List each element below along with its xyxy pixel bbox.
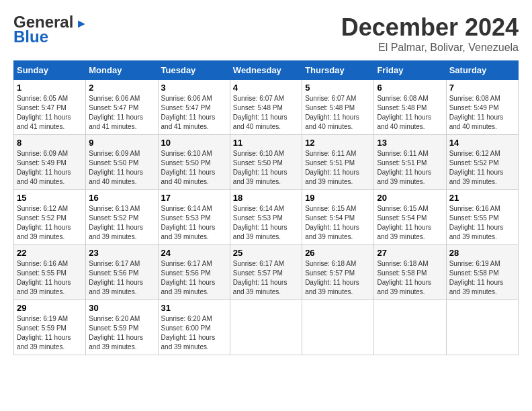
calendar-cell: 12Sunrise: 6:11 AMSunset: 5:51 PMDayligh… bbox=[302, 135, 374, 190]
calendar-cell bbox=[374, 300, 446, 355]
day-number: 20 bbox=[377, 193, 443, 203]
day-info: Sunrise: 6:06 AMSunset: 5:47 PMDaylight:… bbox=[89, 94, 154, 132]
day-info: Sunrise: 6:09 AMSunset: 5:49 PMDaylight:… bbox=[17, 149, 83, 187]
calendar-cell: 25Sunrise: 6:17 AMSunset: 5:57 PMDayligh… bbox=[230, 245, 302, 300]
weekday-header-row: SundayMondayTuesdayWednesdayThursdayFrid… bbox=[14, 61, 519, 80]
calendar-cell: 27Sunrise: 6:18 AMSunset: 5:58 PMDayligh… bbox=[374, 245, 446, 300]
day-number: 5 bbox=[305, 83, 371, 93]
day-info: Sunrise: 6:12 AMSunset: 5:52 PMDaylight:… bbox=[449, 149, 515, 187]
day-info: Sunrise: 6:17 AMSunset: 5:56 PMDaylight:… bbox=[89, 259, 154, 297]
calendar-cell: 7Sunrise: 6:08 AMSunset: 5:49 PMDaylight… bbox=[446, 80, 518, 135]
calendar-cell: 5Sunrise: 6:07 AMSunset: 5:48 PMDaylight… bbox=[302, 80, 374, 135]
calendar-week-row: 15Sunrise: 6:12 AMSunset: 5:52 PMDayligh… bbox=[14, 190, 519, 245]
calendar-cell: 9Sunrise: 6:09 AMSunset: 5:50 PMDaylight… bbox=[86, 135, 158, 190]
day-number: 12 bbox=[305, 138, 371, 148]
day-info: Sunrise: 6:05 AMSunset: 5:47 PMDaylight:… bbox=[17, 94, 83, 132]
calendar-cell: 24Sunrise: 6:17 AMSunset: 5:56 PMDayligh… bbox=[158, 245, 230, 300]
calendar-cell: 22Sunrise: 6:16 AMSunset: 5:55 PMDayligh… bbox=[14, 245, 86, 300]
calendar-week-row: 22Sunrise: 6:16 AMSunset: 5:55 PMDayligh… bbox=[14, 245, 519, 300]
day-info: Sunrise: 6:08 AMSunset: 5:48 PMDaylight:… bbox=[377, 94, 443, 132]
day-number: 21 bbox=[449, 193, 515, 203]
calendar-week-row: 1Sunrise: 6:05 AMSunset: 5:47 PMDaylight… bbox=[14, 80, 519, 135]
day-info: Sunrise: 6:06 AMSunset: 5:47 PMDaylight:… bbox=[161, 94, 227, 132]
calendar-cell: 3Sunrise: 6:06 AMSunset: 5:47 PMDaylight… bbox=[158, 80, 230, 135]
day-info: Sunrise: 6:15 AMSunset: 5:54 PMDaylight:… bbox=[305, 204, 371, 242]
calendar-cell: 8Sunrise: 6:09 AMSunset: 5:49 PMDaylight… bbox=[14, 135, 86, 190]
day-number: 2 bbox=[89, 83, 154, 93]
weekday-header-wednesday: Wednesday bbox=[230, 61, 302, 80]
calendar-cell: 14Sunrise: 6:12 AMSunset: 5:52 PMDayligh… bbox=[446, 135, 518, 190]
calendar-cell: 18Sunrise: 6:14 AMSunset: 5:53 PMDayligh… bbox=[230, 190, 302, 245]
weekday-header-thursday: Thursday bbox=[302, 61, 374, 80]
day-number: 18 bbox=[233, 193, 299, 203]
day-info: Sunrise: 6:19 AMSunset: 5:58 PMDaylight:… bbox=[449, 259, 515, 297]
calendar-cell bbox=[446, 300, 518, 355]
day-number: 29 bbox=[17, 303, 83, 313]
day-number: 6 bbox=[377, 83, 443, 93]
calendar-cell: 1Sunrise: 6:05 AMSunset: 5:47 PMDaylight… bbox=[14, 80, 86, 135]
day-number: 16 bbox=[89, 193, 154, 203]
day-number: 31 bbox=[161, 303, 227, 313]
day-number: 9 bbox=[89, 138, 154, 148]
calendar-cell: 28Sunrise: 6:19 AMSunset: 5:58 PMDayligh… bbox=[446, 245, 518, 300]
day-info: Sunrise: 6:14 AMSunset: 5:53 PMDaylight:… bbox=[161, 204, 227, 242]
day-number: 13 bbox=[377, 138, 443, 148]
calendar-cell: 11Sunrise: 6:10 AMSunset: 5:50 PMDayligh… bbox=[230, 135, 302, 190]
day-info: Sunrise: 6:18 AMSunset: 5:58 PMDaylight:… bbox=[377, 259, 443, 297]
calendar-cell: 21Sunrise: 6:16 AMSunset: 5:55 PMDayligh… bbox=[446, 190, 518, 245]
day-info: Sunrise: 6:17 AMSunset: 5:57 PMDaylight:… bbox=[233, 259, 299, 297]
calendar-cell: 16Sunrise: 6:13 AMSunset: 5:52 PMDayligh… bbox=[86, 190, 158, 245]
weekday-header-sunday: Sunday bbox=[14, 61, 86, 80]
day-info: Sunrise: 6:10 AMSunset: 5:50 PMDaylight:… bbox=[161, 149, 227, 187]
day-info: Sunrise: 6:11 AMSunset: 5:51 PMDaylight:… bbox=[377, 149, 443, 187]
day-info: Sunrise: 6:20 AMSunset: 5:59 PMDaylight:… bbox=[89, 314, 154, 352]
calendar-cell: 31Sunrise: 6:20 AMSunset: 6:00 PMDayligh… bbox=[158, 300, 230, 355]
day-info: Sunrise: 6:19 AMSunset: 5:59 PMDaylight:… bbox=[17, 314, 83, 352]
title-area: December 2024 El Palmar, Bolivar, Venezu… bbox=[341, 13, 519, 54]
calendar-cell: 15Sunrise: 6:12 AMSunset: 5:52 PMDayligh… bbox=[14, 190, 86, 245]
calendar-cell: 2Sunrise: 6:06 AMSunset: 5:47 PMDaylight… bbox=[86, 80, 158, 135]
day-info: Sunrise: 6:15 AMSunset: 5:54 PMDaylight:… bbox=[377, 204, 443, 242]
calendar-week-row: 8Sunrise: 6:09 AMSunset: 5:49 PMDaylight… bbox=[14, 135, 519, 190]
calendar-cell: 19Sunrise: 6:15 AMSunset: 5:54 PMDayligh… bbox=[302, 190, 374, 245]
month-title: December 2024 bbox=[341, 13, 519, 42]
day-number: 1 bbox=[17, 83, 83, 93]
page-header: General ► Blue December 2024 El Palmar, … bbox=[13, 13, 519, 54]
logo-bird-icon: ► bbox=[75, 17, 87, 31]
day-info: Sunrise: 6:09 AMSunset: 5:50 PMDaylight:… bbox=[89, 149, 154, 187]
calendar-cell: 20Sunrise: 6:15 AMSunset: 5:54 PMDayligh… bbox=[374, 190, 446, 245]
calendar-cell: 26Sunrise: 6:18 AMSunset: 5:57 PMDayligh… bbox=[302, 245, 374, 300]
day-number: 25 bbox=[233, 248, 299, 258]
day-info: Sunrise: 6:08 AMSunset: 5:49 PMDaylight:… bbox=[449, 94, 515, 132]
day-info: Sunrise: 6:18 AMSunset: 5:57 PMDaylight:… bbox=[305, 259, 371, 297]
day-info: Sunrise: 6:17 AMSunset: 5:56 PMDaylight:… bbox=[161, 259, 227, 297]
day-info: Sunrise: 6:20 AMSunset: 6:00 PMDaylight:… bbox=[161, 314, 227, 352]
day-number: 4 bbox=[233, 83, 299, 93]
calendar-cell: 17Sunrise: 6:14 AMSunset: 5:53 PMDayligh… bbox=[158, 190, 230, 245]
calendar-cell: 4Sunrise: 6:07 AMSunset: 5:48 PMDaylight… bbox=[230, 80, 302, 135]
day-info: Sunrise: 6:10 AMSunset: 5:50 PMDaylight:… bbox=[233, 149, 299, 187]
calendar-cell: 29Sunrise: 6:19 AMSunset: 5:59 PMDayligh… bbox=[14, 300, 86, 355]
day-number: 8 bbox=[17, 138, 83, 148]
day-number: 30 bbox=[89, 303, 154, 313]
calendar-cell: 13Sunrise: 6:11 AMSunset: 5:51 PMDayligh… bbox=[374, 135, 446, 190]
calendar-cell bbox=[302, 300, 374, 355]
day-number: 28 bbox=[449, 248, 515, 258]
weekday-header-friday: Friday bbox=[374, 61, 446, 80]
day-number: 24 bbox=[161, 248, 227, 258]
day-number: 26 bbox=[305, 248, 371, 258]
calendar-cell: 30Sunrise: 6:20 AMSunset: 5:59 PMDayligh… bbox=[86, 300, 158, 355]
day-number: 15 bbox=[17, 193, 83, 203]
day-info: Sunrise: 6:07 AMSunset: 5:48 PMDaylight:… bbox=[233, 94, 299, 132]
day-number: 3 bbox=[161, 83, 227, 93]
calendar-cell: 6Sunrise: 6:08 AMSunset: 5:48 PMDaylight… bbox=[374, 80, 446, 135]
calendar-cell bbox=[230, 300, 302, 355]
weekday-header-monday: Monday bbox=[86, 61, 158, 80]
logo: General ► Blue bbox=[13, 13, 87, 46]
calendar-cell: 10Sunrise: 6:10 AMSunset: 5:50 PMDayligh… bbox=[158, 135, 230, 190]
day-number: 23 bbox=[89, 248, 154, 258]
calendar-cell: 23Sunrise: 6:17 AMSunset: 5:56 PMDayligh… bbox=[86, 245, 158, 300]
location-title: El Palmar, Bolivar, Venezuela bbox=[341, 42, 519, 54]
day-number: 7 bbox=[449, 83, 515, 93]
weekday-header-saturday: Saturday bbox=[446, 61, 518, 80]
